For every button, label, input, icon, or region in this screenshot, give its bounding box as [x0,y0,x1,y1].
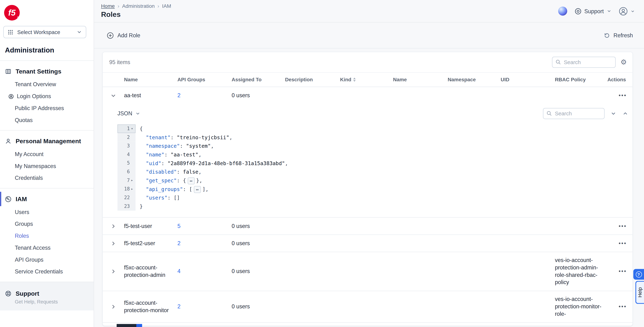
row-actions-button[interactable]: ••• [619,92,627,100]
code-token: } [140,203,143,210]
column-kind[interactable]: Kind [340,72,393,86]
workspace-selector[interactable]: Select Workspace [3,26,86,38]
api-groups-link[interactable]: 4 [178,268,180,274]
code-token: { [140,126,143,132]
sidebar-item-tenant-access[interactable]: Tenant Access [0,242,94,254]
code-token: : [161,160,168,166]
rbac-policy-cell [555,91,612,100]
json-search-input[interactable] [543,108,604,119]
kind-cell [340,222,393,231]
sort-icon[interactable] [353,78,356,82]
kind-cell [340,302,393,311]
row-actions-button[interactable]: ••• [619,240,627,247]
sidebar-item-credentials[interactable]: Credentials [0,172,94,184]
column-name-2[interactable]: Name [393,72,448,86]
collapse-chevron-icon[interactable] [103,92,124,99]
code-token: : [177,178,183,184]
description-cell [285,222,340,231]
sidebar-item-users[interactable]: Users [0,206,94,218]
fold-closed-icon[interactable]: ▸ [130,176,134,185]
expand-chevron-icon[interactable] [103,223,124,229]
api-groups-link[interactable]: 2 [178,304,180,310]
next-match-chevron-down-icon[interactable] [610,110,616,116]
api-groups-link[interactable]: 2 [178,240,180,246]
table-row[interactable]: f5-test2-user 2 0 users ••• [103,235,632,252]
code-line: 3 "namespace": "system", [118,142,628,150]
column-uid[interactable]: UID [501,72,555,86]
code-token: "aa-test" [170,152,198,158]
name2-cell [393,91,448,100]
help-question-icon[interactable]: ? [633,269,644,280]
row-actions-button[interactable]: ••• [619,222,627,230]
row-actions-button[interactable]: ••• [619,303,627,310]
code-token [140,134,146,140]
items-count: 95 items [109,59,130,65]
sidebar-item-login-options[interactable]: Login Options [0,90,94,102]
sidebar-item-tenant-overview[interactable]: Tenant Overview [0,78,94,90]
line-number-gutter[interactable]: 7▸ [118,176,136,185]
section-header-support[interactable]: Support [0,286,94,300]
line-number-gutter[interactable]: 1▾ [118,124,136,133]
column-assigned-to[interactable]: Assigned To [232,72,285,86]
sidebar-item-service-credentials[interactable]: Service Credentials [0,266,94,278]
column-rbac-policy[interactable]: RBAC Policy [555,72,612,86]
lifebuoy-icon [5,290,12,296]
section-header-iam[interactable]: IAM [0,192,94,206]
account-menu[interactable] [619,7,635,16]
table-row[interactable]: f5-test-user 5 0 users ••• [103,218,632,235]
format-select[interactable]: JSON [118,110,140,116]
search-input[interactable] [552,57,616,68]
expand-chevron-icon[interactable] [103,304,124,310]
code-token: "system" [186,143,211,149]
refresh-button[interactable]: Refresh [604,32,633,38]
column-description[interactable]: Description [285,72,340,86]
table-row[interactable]: aa-test 2 0 users ••• [103,87,632,104]
row-actions-button[interactable]: ••• [619,268,627,275]
section-header-tenant-settings[interactable]: Tenant Settings [0,64,94,78]
expand-chevron-icon[interactable] [103,268,124,275]
f5-logo[interactable]: f5® [4,5,20,20]
column-name[interactable]: Name [124,72,178,86]
collapsed-content-chip[interactable]: ↔ [188,178,194,184]
fold-open-icon[interactable]: ▾ [130,124,134,133]
code-token: : [168,195,174,201]
sidebar-item-api-groups[interactable]: API Groups [0,254,94,266]
breadcrumb-iam[interactable]: IAM [162,3,171,9]
column-namespace[interactable]: Namespace [448,72,501,86]
support-menu[interactable]: Support [574,8,612,15]
fold-closed-icon[interactable]: ▸ [130,185,134,194]
line-number-gutter: 3 [118,142,136,150]
sidebar-item-label: Service Credentials [15,268,63,275]
column-api-groups[interactable]: API Groups [178,72,232,86]
add-role-label: Add Role [118,32,140,38]
api-groups-link[interactable]: 2 [178,92,180,98]
sidebar-item-groups[interactable]: Groups [0,218,94,230]
uid-cell [501,302,555,311]
partial-element-dark [117,324,136,327]
expand-chevron-icon[interactable] [103,240,124,246]
table-row[interactable]: f5xc-account-protection-admin 4 0 users … [103,252,632,291]
line-number-gutter[interactable]: 18▸ [118,185,136,194]
sidebar-item-my-account[interactable]: My Account [0,148,94,160]
sidebar-item-public-ip-addresses[interactable]: Public IP Addresses [0,102,94,114]
assistant-sphere-icon[interactable] [558,6,567,16]
help-tab[interactable]: Help [635,281,644,304]
chevron-down-icon [630,9,635,14]
name2-cell [393,267,448,276]
collapsed-content-chip[interactable]: ↔ [194,186,201,193]
gear-icon[interactable]: ⚙ [620,59,627,66]
sidebar-item-roles[interactable]: Roles [0,230,94,242]
breadcrumb-home[interactable]: Home [101,3,115,9]
sidebar-item-label: Public IP Addresses [15,105,64,111]
page-title: Roles [101,10,171,19]
sidebar-item-label: API Groups [15,256,44,263]
breadcrumb-administration[interactable]: Administration [122,3,155,9]
sidebar-item-quotas[interactable]: Quotas [0,114,94,126]
top-header: Home › Administration › IAM Roles Supp [94,0,644,23]
table-row[interactable]: f5xc-account-protection-monitor 2 0 user… [103,291,632,323]
sidebar-item-my-namespaces[interactable]: My Namespaces [0,160,94,172]
section-header-personal-management[interactable]: Personal Management [0,134,94,148]
api-groups-link[interactable]: 5 [178,223,180,229]
prev-match-chevron-up-icon[interactable] [622,110,628,116]
add-role-button[interactable]: Add Role [107,32,140,39]
